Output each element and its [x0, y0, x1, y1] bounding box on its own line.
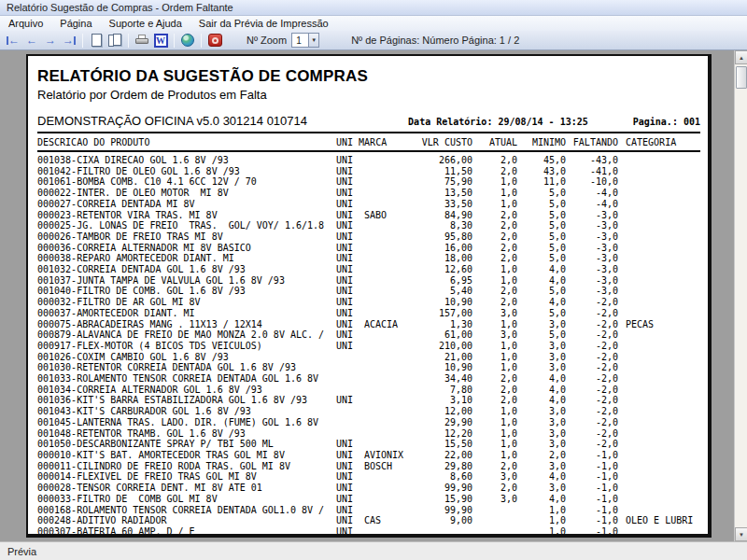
- table-row: 000037-AMORTECEDOR DIANT. MIUNI157,003,0…: [37, 308, 700, 319]
- table-row: 000036-CORREIA ALTERNADOR MI 8V BASICOUN…: [37, 243, 700, 254]
- previous-page-icon: ←: [26, 35, 37, 46]
- table-row: 000011-CILINDRO DE FREIO RODA TRAS. GOL …: [37, 461, 700, 472]
- report-date: Data Relatório: 29/08/14 - 13:25: [408, 115, 588, 130]
- next-page-icon: →: [45, 35, 56, 46]
- status-text: Prévia: [7, 546, 36, 557]
- table-row: 001030-RETENTOR CORREIA DENTADA GOL 1.6 …: [37, 362, 700, 373]
- table-row: 000014-FLEXIVEL DE FREIO TRAS GOL MI 8VU…: [37, 471, 700, 483]
- report-page-number: Pagina.: 001: [633, 115, 700, 130]
- table-row: 001032-CORREIA DENTADA GOL 1.6 8V /93UNI…: [37, 264, 700, 275]
- menu-item-pagina[interactable]: Página: [51, 16, 100, 31]
- horizontal-rule: [37, 150, 700, 152]
- menu-item-arquivo[interactable]: Arquivo: [0, 16, 51, 31]
- next-page-button[interactable]: →: [42, 33, 59, 49]
- table-header-row: DESCRICAO DO PRODUTO UNI MARCA VLR CUSTO…: [37, 137, 700, 148]
- table-row: 000025-JG. LONAS DE FREIO TRAS. GOL/ VOY…: [37, 220, 700, 231]
- table-row: 000879-ALAVANCA DE FREIO DE MAO MONZA 2.…: [37, 329, 700, 341]
- table-row: 001045-LANTERNA TRAS. LADO. DIR. (FUME) …: [37, 417, 700, 428]
- table-row: 000168-ROLAMENTO TENSOR CORREIA DENTADA …: [37, 505, 700, 516]
- column-header-descricao: DESCRICAO DO PRODUTO: [37, 137, 336, 148]
- window-title-bar: Relatório Sugestão de Compras - Ordem Fa…: [0, 0, 747, 16]
- column-header-categoria: CATEGORIA: [618, 137, 700, 148]
- zoom-select[interactable]: 1 ▼: [291, 33, 319, 48]
- last-page-icon: →: [63, 35, 76, 46]
- first-page-icon: ←: [7, 35, 20, 46]
- report-subtitle: Relatório por Ordem de Produtos em Falta: [37, 88, 700, 103]
- table-row: 001048-RETENTOR TRAMB. GOL 1.6 8V /9312,…: [37, 428, 700, 440]
- table-row: 001050-DESCARBONIZANTE SPRAY P/ TBI 500 …: [37, 439, 700, 450]
- two-page-view-button[interactable]: [106, 33, 123, 49]
- report-page: RELATÓRIO DA SUGESTÃO DE COMPRAS Relatór…: [26, 54, 712, 538]
- table-row: 001042-FILTRO DE OLEO GOL 1.6 8V /93UNI1…: [37, 166, 700, 177]
- table-row: 001033-ROLAMENTO TENSOR CORREIA DENTADA …: [37, 373, 700, 385]
- scrollbar-thumb[interactable]: [736, 66, 747, 89]
- print-button[interactable]: [134, 33, 150, 49]
- page-counter-label: Nº de Páginas: Número Página: 1 / 2: [351, 35, 519, 46]
- toolbar-separator: [174, 34, 175, 48]
- table-row: 001038-CIXA DIRECAO GOL 1.6 8V /93UNI266…: [37, 155, 700, 166]
- table-row: 001061-BOMBA COMB. C10 4.1 6CC 12V / 70U…: [37, 176, 700, 188]
- menu-item-sair-da-previa[interactable]: Sair da Prévia de Impressão: [190, 16, 337, 31]
- toolbar-separator: [201, 34, 202, 48]
- report-meta-row: DEMONSTRAÇÃO OFICINA v5.0 301214 010714 …: [37, 114, 700, 130]
- vertical-scrollbar[interactable]: ▲ ▼: [734, 50, 747, 541]
- zoom-value: 1: [292, 35, 308, 46]
- chevron-down-icon[interactable]: ▼: [308, 34, 318, 47]
- table-row: 001026-COXIM CAMBIO GOL 1.6 8V /9321,001…: [37, 352, 700, 363]
- table-row: 001043-KIT'S CARBURADOR GOL 1.6 8V /9312…: [37, 406, 700, 417]
- table-row: 000027-CORREIA DENTADA MI 8VUNI33,501,05…: [37, 199, 700, 210]
- table-row: 000032-FILTRO DE AR GOL MI 8VUNI10,902,0…: [37, 297, 700, 308]
- globe-icon: [181, 34, 194, 47]
- web-button[interactable]: [179, 33, 196, 49]
- table-row: 000022-INTER. DE OLEO MOTOR MI 8VUNI13,5…: [37, 188, 700, 199]
- table-row: 000307-BATERIA 60 AMP. D / EUNI1,0-1,0: [37, 526, 700, 538]
- column-header-uni-marca: UNI MARCA: [336, 137, 364, 148]
- table-row: 000917-FLEX-MOTOR (4 BICOS TDS VEICULOS)…: [37, 341, 700, 352]
- toolbar-separator: [128, 34, 129, 48]
- first-page-button[interactable]: ←: [5, 33, 21, 49]
- exit-preview-button[interactable]: [206, 33, 223, 49]
- scroll-down-button[interactable]: ▼: [735, 527, 747, 541]
- window-title: Relatório Sugestão de Compras - Ordem Fa…: [7, 2, 233, 13]
- table-row: 000075-ABRACADEIRAS MANG . 11X13 / 12X14…: [37, 319, 700, 330]
- table-row: 001037-JUNTA TAMPA DE VALVULA GOL 1.6 8V…: [37, 275, 700, 287]
- menu-item-suporte-e-ajuda[interactable]: Suporte e Ajuda: [101, 16, 190, 31]
- report-title: RELATÓRIO DA SUGESTÃO DE COMPRAS: [37, 67, 700, 86]
- preview-area: RELATÓRIO DA SUGESTÃO DE COMPRAS Relatór…: [0, 50, 747, 541]
- table-row: 000023-RETENTOR VIRA TRAS. MI 8VUNISABO8…: [37, 210, 700, 221]
- report-company: DEMONSTRAÇÃO OFICINA v5.0 301214 010714: [37, 114, 408, 129]
- single-page-view-button[interactable]: [88, 33, 105, 49]
- column-header-minimo: MINIMO: [517, 137, 566, 148]
- table-row: 001040-FILTRO DE COMB. GOL 1.6 8V /93UNI…: [37, 286, 700, 297]
- table-row: 000248-ADITIVO RADIADORUNICAS9,001,0-1,0…: [37, 515, 700, 526]
- table-row: 000026-TAMBOR DE FREIO TRAS MI 8VUNI95,8…: [37, 231, 700, 243]
- table-row: 000033-FILTRO DE COMB GOL MI 8VUNI15,903…: [37, 494, 700, 505]
- report-table-body: 001038-CIXA DIRECAO GOL 1.6 8V /93UNI266…: [37, 155, 700, 538]
- column-header-atual: ATUAL: [472, 137, 517, 148]
- toolbar-separator: [82, 34, 83, 48]
- column-header-faltando: FALTANDO: [566, 137, 618, 148]
- last-page-button[interactable]: →: [61, 33, 78, 49]
- table-row: 000028-TENSOR CORREIA DENT. MI 8V ATE 01…: [37, 483, 700, 494]
- word-icon: W: [154, 34, 168, 48]
- table-row: 001036-KIT'S BARRA ESTABILIZADORA GOL 1.…: [37, 395, 700, 406]
- previous-page-button[interactable]: ←: [23, 33, 40, 49]
- two-page-icon: [108, 34, 121, 47]
- export-word-button[interactable]: W: [152, 33, 169, 49]
- exit-icon: [208, 34, 222, 47]
- table-row: 001034-CORREIA ALTERNADOR GOL 1.6 8V /93…: [37, 385, 700, 396]
- printer-icon: [135, 35, 148, 46]
- status-bar: Prévia: [0, 541, 747, 560]
- toolbar: ← ← → → W Nº Zoom 1 ▼ Nº de Páginas: Núm…: [0, 31, 747, 50]
- menu-bar: Arquivo Página Suporte e Ajuda Sair da P…: [0, 16, 747, 31]
- single-page-icon: [92, 34, 102, 47]
- scroll-up-button[interactable]: ▲: [735, 50, 747, 64]
- column-header-vlr-custo: VLR CUSTO: [418, 137, 472, 148]
- table-row: 000010-KIT'S BAT. AMORTECEDOR TRAS GOL M…: [37, 450, 700, 461]
- horizontal-rule: [37, 132, 700, 133]
- zoom-label: Nº Zoom: [247, 35, 287, 46]
- table-row: 000038-REPARO AMORTECEDOR DIANT. MIUNI18…: [37, 253, 700, 264]
